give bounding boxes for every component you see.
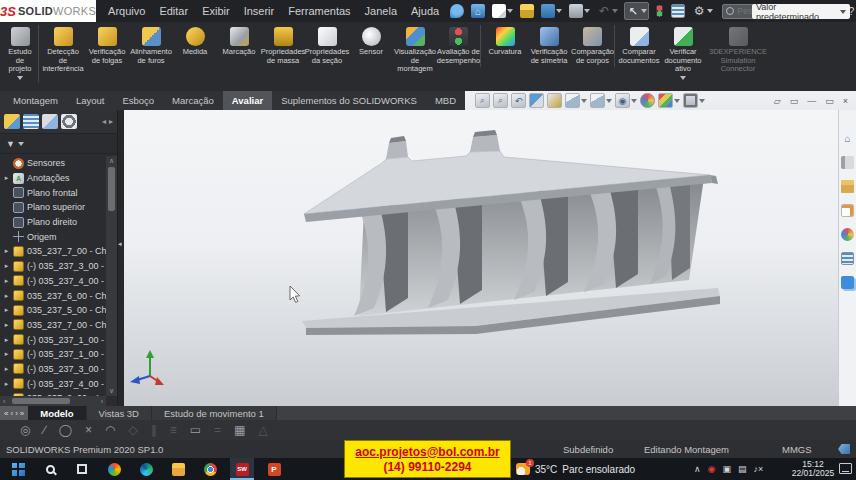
save-button[interactable] [540, 3, 563, 19]
tab-esboco[interactable]: Esboço [113, 91, 163, 110]
edit-appearance-icon[interactable] [640, 93, 655, 108]
3d-model[interactable] [302, 130, 720, 335]
tree-item[interactable]: ▸ 035_237_7_00 - Chap [0, 244, 106, 259]
doc-new-window-icon[interactable]: ▱ [774, 96, 781, 106]
expand-arrow-icon[interactable]: ▸ [3, 247, 10, 255]
view-settings-icon[interactable] [683, 93, 698, 108]
trim-entities-icon[interactable]: × [85, 423, 92, 437]
graphics-viewport[interactable] [124, 110, 838, 406]
design-study-button[interactable]: Estudo de projeto [2, 25, 39, 82]
custom-properties-icon[interactable] [841, 252, 854, 265]
section-view-icon[interactable] [529, 93, 544, 108]
curvature-button[interactable]: Curvatura [483, 25, 527, 59]
rebuild-button[interactable] [654, 3, 665, 19]
expand-arrow-icon[interactable]: ▸ [3, 321, 10, 329]
expand-arrow-icon[interactable]: ▸ [3, 277, 10, 285]
assembly-visualization-button[interactable]: Visualização de montagem [393, 25, 437, 76]
panel-scroll-right-icon[interactable]: ▸ [109, 117, 113, 126]
expand-arrow-icon[interactable]: ▸ [3, 365, 10, 373]
corner-rectangle-icon[interactable]: ▭ [190, 423, 201, 437]
previous-view-icon[interactable]: ↶ [511, 93, 526, 108]
tree-item[interactable]: Plano superior [0, 200, 106, 215]
sketch-line-icon[interactable]: ∕ [43, 423, 45, 437]
menu-editar[interactable]: Editar [159, 5, 188, 17]
tree-horizontal-scrollbar[interactable]: ‹ › [0, 396, 106, 406]
tree-item[interactable]: ▸ (-) 035_237_1_00 - Ar [0, 347, 106, 362]
taskbar-weather[interactable]: 1 35°C Parc ensolarado [516, 458, 635, 480]
measure-button[interactable]: Medida [173, 25, 217, 59]
offset-entities-icon[interactable]: ≡ [170, 423, 177, 437]
hidden-icons-chevron[interactable]: ∧ [694, 464, 701, 474]
expand-arrow-icon[interactable]: ▸ [3, 350, 10, 358]
home-button[interactable]: ⌂ [470, 3, 486, 19]
hole-alignment-button[interactable]: Alinhamento de furos [129, 25, 173, 67]
powerpoint-button[interactable]: P [262, 458, 286, 480]
scroll-left-icon[interactable]: ‹ [3, 398, 5, 405]
tree-item[interactable]: Plano direito [0, 215, 106, 230]
tree-item[interactable]: Sensores [0, 156, 106, 171]
featuremanager-tab-icon[interactable] [4, 114, 20, 129]
tree-item[interactable]: Origem [0, 229, 106, 244]
tab-estudo-movimento[interactable]: Estudo de movimento 1 [152, 406, 277, 420]
menu-janela[interactable]: Janela [365, 5, 397, 17]
annotation-views-icon[interactable] [547, 93, 562, 108]
tag-icon[interactable] [838, 444, 850, 454]
apply-scene-icon[interactable] [658, 93, 673, 108]
menu-ferramentas[interactable]: Ferramentas [288, 5, 350, 17]
home-icon[interactable]: ⌂ [841, 132, 854, 145]
doc-minimize-button[interactable]: — [807, 96, 816, 106]
doc-restore-button[interactable]: ▭ [825, 96, 834, 106]
print-button[interactable] [568, 3, 591, 19]
scroll-up-icon[interactable]: ∧ [109, 157, 114, 165]
compare-bodies-button[interactable]: Comparação de corpos [571, 25, 615, 67]
expand-arrow-icon[interactable]: ▸ [3, 336, 10, 344]
appearances-icon[interactable] [841, 228, 854, 241]
design-library-icon[interactable] [841, 180, 854, 193]
units-selector[interactable]: MMGS [782, 444, 812, 455]
taskbar-search-button[interactable] [38, 458, 62, 480]
sketch-ellipse-icon[interactable]: ◯ [59, 423, 72, 437]
hide-show-items-icon[interactable]: ◉ [615, 93, 630, 108]
menu-exibir[interactable]: Exibir [202, 5, 230, 17]
select-button[interactable]: ↖ [624, 2, 649, 20]
menu-arquivo[interactable]: Arquivo [108, 5, 145, 17]
polygon-icon[interactable]: △ [258, 423, 267, 437]
scrollbar-thumb[interactable] [12, 398, 70, 404]
scroll-right-icon[interactable]: › [101, 398, 103, 405]
solidworks-forum-icon[interactable] [841, 276, 854, 289]
configurationmanager-tab-icon[interactable] [42, 114, 58, 129]
volume-muted-icon[interactable]: ♪× [753, 464, 763, 474]
display-style-icon[interactable] [590, 93, 605, 108]
3d-model-canvas[interactable] [124, 110, 838, 406]
new-document-button[interactable] [491, 3, 514, 19]
tab-layout[interactable]: Layout [67, 91, 114, 110]
mirror-entities-icon[interactable]: ◇ [128, 423, 137, 437]
tree-item[interactable]: ▸ (-) 035_237_4_00 - Ch [0, 376, 106, 391]
3dexperience-simulation-connector-button[interactable]: 3DEXPERIENCE Simulation Connector [705, 25, 771, 76]
linear-pattern-icon[interactable]: ▦ [234, 423, 245, 437]
tab-scroll-right-button[interactable]: › [15, 409, 18, 418]
tree-item[interactable]: Plano frontal [0, 185, 106, 200]
view-orientation-icon[interactable] [565, 93, 580, 108]
tab-montagem[interactable]: Montagem [4, 91, 67, 110]
sensor-button[interactable]: Sensor [349, 25, 393, 59]
chrome-button[interactable] [198, 458, 222, 480]
tree-item[interactable]: ▸ (-) 035_237_4_00 - Ch [0, 274, 106, 289]
menu-inserir[interactable]: Inserir [244, 5, 275, 17]
scrollbar-thumb[interactable] [108, 167, 115, 211]
doc-windows-icon[interactable]: ▭ [790, 96, 799, 106]
markup-button[interactable]: Marcação [217, 25, 261, 59]
clearance-verification-button[interactable]: Verificação de folgas [85, 25, 129, 67]
pin-button[interactable] [449, 3, 465, 19]
options-list-button[interactable] [670, 3, 686, 19]
undo-button[interactable]: ↶ [596, 3, 619, 19]
meet-now-icon[interactable]: ▣ [722, 464, 731, 474]
copilot-button[interactable] [102, 458, 126, 480]
tree-item[interactable]: ▸ (-) 035_237_1_00 - Ar [0, 332, 106, 347]
tab-vistas-3d[interactable]: Vistas 3D [87, 406, 152, 420]
expand-arrow-icon[interactable]: ▸ [3, 174, 10, 182]
tab-scroll-start-button[interactable]: « [4, 409, 8, 418]
doc-close-button[interactable]: × [843, 96, 848, 106]
check-active-document-button[interactable]: Verificar documento ativo [661, 25, 705, 82]
taskbar-clock[interactable]: 15:12 22/01/2025 [788, 460, 838, 478]
